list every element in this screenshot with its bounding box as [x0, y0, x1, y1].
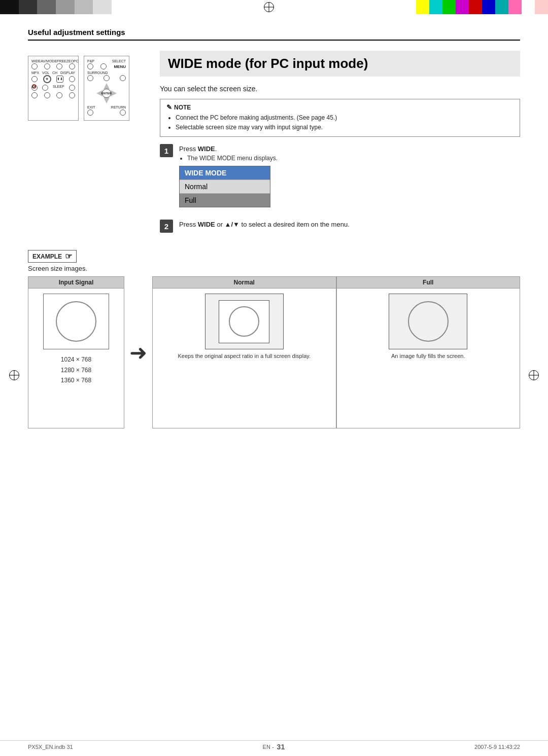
normal-screen-box: Normal Keeps the original aspect ratio i…: [152, 276, 336, 428]
label-opc: OPC: [71, 59, 79, 63]
intro-text: You can select the screen size.: [160, 85, 520, 93]
res-1360: 1360 × 768: [61, 375, 91, 385]
step-2: 2 Press WIDE or ▲/▼ to select a desired …: [160, 220, 520, 233]
swatch-light-gray: [75, 0, 93, 14]
note-icon: ✎: [166, 103, 172, 111]
btn-r4-1: [31, 92, 38, 98]
btn-wide: [31, 63, 38, 69]
btn-surround: [87, 75, 93, 81]
btn-opc: [69, 63, 75, 69]
reg-mark-left: [9, 370, 19, 380]
label-surround: SURROUND: [87, 71, 108, 75]
left-column: WIDE AV/MODE FREEZE OPC MPX VOL: [28, 51, 145, 241]
normal-content: Keeps the original aspect ratio in a ful…: [153, 289, 336, 365]
swatch-light-pink: [535, 0, 548, 14]
step-1-sub-item: The WIDE MODE menu displays.: [187, 155, 520, 162]
en-text: EN: [263, 744, 270, 750]
normal-screen-image: [205, 294, 284, 349]
footer-file: PX5X_EN.indb 31: [28, 744, 73, 750]
arrow-box: ➜: [124, 340, 152, 365]
input-signal-box: Input Signal 1024 × 768 1280 × 768 1360 …: [28, 276, 124, 428]
right-column: WIDE mode (for PC input mode) You can se…: [160, 51, 520, 241]
step-2-text: Press WIDE or ▲/▼ to select a desired it…: [179, 221, 520, 228]
step-1-bold-wide: WIDE: [198, 145, 215, 153]
wide-mode-menu: WIDE MODE Normal Full: [179, 166, 270, 207]
main-content: Useful adjustment settings WIDE AV/MODE …: [28, 28, 520, 736]
remote2-btn-row-3: [87, 110, 126, 116]
input-signal-content: 1024 × 768 1280 × 768 1360 × 768: [28, 289, 124, 390]
full-caption: An image fully fills the screen.: [391, 352, 465, 360]
input-circle: [56, 301, 96, 342]
btn-exit: [87, 110, 93, 116]
remote-btn-row-3: 🔇 SLEEP: [31, 85, 75, 91]
swatch-black: [0, 0, 19, 14]
label-mpx: MPX: [31, 71, 39, 75]
example-hand-icon: ☞: [65, 251, 72, 261]
note-header: ✎ NOTE: [166, 103, 513, 111]
res-1024: 1024 × 768: [61, 354, 91, 365]
btn-select: [100, 63, 107, 69]
btn-surround2: [104, 75, 110, 81]
label-return: RETURN: [111, 105, 126, 109]
label-menu: MENU: [114, 64, 126, 69]
btn-r4-2: [44, 92, 50, 98]
btn-display: [69, 76, 75, 82]
remote-label-row-2: MPX VOL CH DISPLAY: [31, 71, 75, 75]
remote2-label-row-1: P&P SELECT: [87, 59, 126, 63]
step-1-text: Press WIDE.: [179, 145, 520, 153]
wide-mode-header: WIDE MODE: [180, 166, 270, 179]
swatch-near-white: [93, 0, 112, 14]
btn-r4-3: [56, 92, 62, 98]
label-freeze: FREEZE: [57, 59, 71, 63]
example-caption: Screen size images.: [28, 265, 520, 272]
remote2-btn-row-2: [87, 75, 126, 81]
btn-mpx: [31, 76, 38, 82]
remote-left: WIDE AV/MODE FREEZE OPC MPX VOL: [28, 56, 79, 121]
full-screen-image: [389, 294, 467, 349]
footer: PX5X_EN.indb 31 EN - 31 2007-5-9 11:43:2…: [0, 740, 548, 751]
btn-sleep-label: SLEEP: [52, 85, 64, 91]
swatch-red: [469, 0, 482, 14]
swatch-mid-gray: [56, 0, 75, 14]
btn-avmode: [44, 63, 50, 69]
screen-examples-container: Input Signal 1024 × 768 1280 × 768 1360 …: [28, 276, 520, 428]
step-2-number: 2: [160, 220, 173, 233]
swatch-dark-gray: [19, 0, 38, 14]
step-1-content: Press WIDE. The WIDE MODE menu displays.…: [179, 144, 520, 211]
normal-header: Normal: [153, 277, 336, 289]
label-select: SELECT: [112, 59, 126, 63]
wide-mode-full: Full: [180, 193, 270, 207]
color-bar-top: [0, 0, 548, 14]
swatch-green: [442, 0, 456, 14]
remote2-label-row-3: EXIT RETURN: [87, 105, 126, 109]
wide-mode-normal: Normal: [180, 179, 270, 193]
note-label: NOTE: [174, 104, 191, 111]
label-vol: VOL: [42, 71, 49, 75]
note-item-1: Connect the PC before making adjustments…: [176, 113, 513, 123]
dpad-down: [104, 97, 110, 103]
swatch-cyan: [429, 0, 442, 14]
example-label: EXAMPLE ☞: [28, 250, 77, 263]
reg-mark-top: [264, 2, 274, 12]
btn-mute: 🔇: [31, 85, 38, 91]
btn-freeze: [56, 63, 62, 69]
swatch-magenta: [456, 0, 469, 14]
swatch-yellow: [416, 0, 429, 14]
step-1-number: 1: [160, 144, 173, 157]
remote-btn-row-2: + ⬆⬇: [31, 75, 75, 83]
page-title: WIDE mode (for PC input mode): [160, 51, 520, 77]
example-text: EXAMPLE: [32, 253, 62, 260]
swatch-teal: [495, 0, 508, 14]
note-list: Connect the PC before making adjustments…: [166, 113, 513, 132]
label-display: DISPLAY: [60, 71, 75, 75]
btn-ch: ⬆⬇: [56, 76, 63, 83]
normal-inner-screen: [219, 300, 269, 343]
step-2-bold-wide: WIDE: [198, 221, 215, 228]
btn-pp: [87, 63, 93, 69]
remote2-label-row-2: SURROUND: [87, 71, 126, 75]
page-num: 31: [277, 743, 285, 751]
label-ch: CH: [52, 71, 57, 75]
input-signal-header: Input Signal: [28, 277, 124, 289]
remote-right: P&P SELECT MENU SURROUND: [84, 56, 129, 121]
swatch-white: [522, 0, 535, 14]
